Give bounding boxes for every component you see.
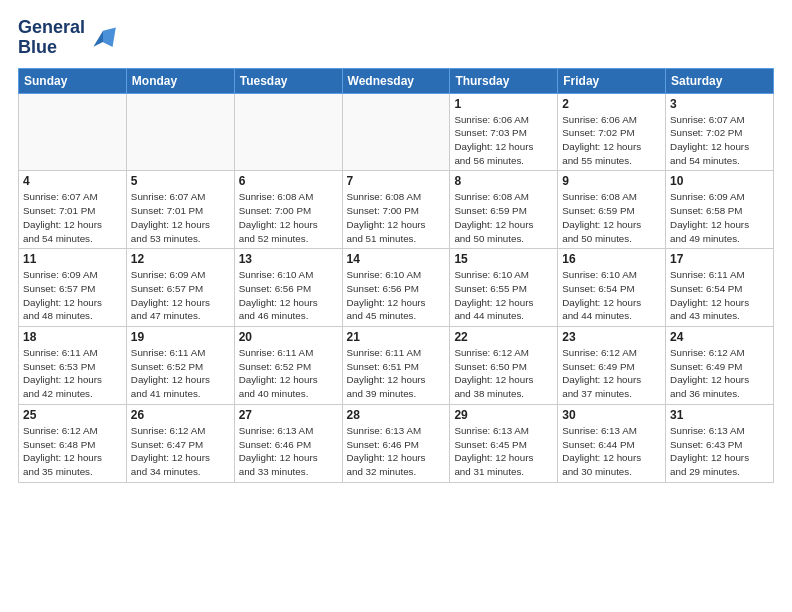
day-info: Sunrise: 6:07 AMSunset: 7:01 PMDaylight:… [131,190,230,245]
day-info: Sunrise: 6:09 AMSunset: 6:58 PMDaylight:… [670,190,769,245]
day-number: 2 [562,97,661,111]
calendar-cell: 6Sunrise: 6:08 AMSunset: 7:00 PMDaylight… [234,171,342,249]
calendar-cell: 31Sunrise: 6:13 AMSunset: 6:43 PMDayligh… [666,404,774,482]
calendar-cell: 29Sunrise: 6:13 AMSunset: 6:45 PMDayligh… [450,404,558,482]
day-number: 31 [670,408,769,422]
calendar-cell: 8Sunrise: 6:08 AMSunset: 6:59 PMDaylight… [450,171,558,249]
calendar-cell: 9Sunrise: 6:08 AMSunset: 6:59 PMDaylight… [558,171,666,249]
day-number: 3 [670,97,769,111]
day-number: 6 [239,174,338,188]
day-info: Sunrise: 6:12 AMSunset: 6:47 PMDaylight:… [131,424,230,479]
day-number: 28 [347,408,446,422]
calendar-cell: 2Sunrise: 6:06 AMSunset: 7:02 PMDaylight… [558,93,666,171]
day-info: Sunrise: 6:12 AMSunset: 6:49 PMDaylight:… [670,346,769,401]
day-info: Sunrise: 6:12 AMSunset: 6:49 PMDaylight:… [562,346,661,401]
calendar-cell: 21Sunrise: 6:11 AMSunset: 6:51 PMDayligh… [342,327,450,405]
logo: General Blue [18,18,119,58]
day-info: Sunrise: 6:13 AMSunset: 6:46 PMDaylight:… [347,424,446,479]
day-info: Sunrise: 6:12 AMSunset: 6:50 PMDaylight:… [454,346,553,401]
calendar-cell: 1Sunrise: 6:06 AMSunset: 7:03 PMDaylight… [450,93,558,171]
day-number: 29 [454,408,553,422]
weekday-header-wednesday: Wednesday [342,68,450,93]
calendar-cell: 19Sunrise: 6:11 AMSunset: 6:52 PMDayligh… [126,327,234,405]
calendar-cell [234,93,342,171]
calendar-cell: 13Sunrise: 6:10 AMSunset: 6:56 PMDayligh… [234,249,342,327]
day-info: Sunrise: 6:08 AMSunset: 6:59 PMDaylight:… [454,190,553,245]
day-number: 27 [239,408,338,422]
weekday-header-thursday: Thursday [450,68,558,93]
day-info: Sunrise: 6:10 AMSunset: 6:54 PMDaylight:… [562,268,661,323]
day-number: 19 [131,330,230,344]
day-info: Sunrise: 6:13 AMSunset: 6:43 PMDaylight:… [670,424,769,479]
day-info: Sunrise: 6:11 AMSunset: 6:53 PMDaylight:… [23,346,122,401]
weekday-header-row: SundayMondayTuesdayWednesdayThursdayFrid… [19,68,774,93]
calendar-cell: 18Sunrise: 6:11 AMSunset: 6:53 PMDayligh… [19,327,127,405]
day-number: 30 [562,408,661,422]
week-row-4: 18Sunrise: 6:11 AMSunset: 6:53 PMDayligh… [19,327,774,405]
calendar-cell [342,93,450,171]
day-info: Sunrise: 6:13 AMSunset: 6:46 PMDaylight:… [239,424,338,479]
day-info: Sunrise: 6:13 AMSunset: 6:45 PMDaylight:… [454,424,553,479]
week-row-3: 11Sunrise: 6:09 AMSunset: 6:57 PMDayligh… [19,249,774,327]
day-number: 5 [131,174,230,188]
calendar-cell: 14Sunrise: 6:10 AMSunset: 6:56 PMDayligh… [342,249,450,327]
day-number: 10 [670,174,769,188]
day-number: 20 [239,330,338,344]
day-info: Sunrise: 6:08 AMSunset: 6:59 PMDaylight:… [562,190,661,245]
day-number: 25 [23,408,122,422]
day-info: Sunrise: 6:11 AMSunset: 6:52 PMDaylight:… [131,346,230,401]
logo-icon [87,24,119,52]
day-info: Sunrise: 6:08 AMSunset: 7:00 PMDaylight:… [239,190,338,245]
day-info: Sunrise: 6:11 AMSunset: 6:51 PMDaylight:… [347,346,446,401]
header: General Blue [18,18,774,58]
weekday-header-saturday: Saturday [666,68,774,93]
day-number: 14 [347,252,446,266]
day-info: Sunrise: 6:09 AMSunset: 6:57 PMDaylight:… [131,268,230,323]
day-info: Sunrise: 6:11 AMSunset: 6:54 PMDaylight:… [670,268,769,323]
day-number: 22 [454,330,553,344]
day-info: Sunrise: 6:12 AMSunset: 6:48 PMDaylight:… [23,424,122,479]
logo-text: General Blue [18,18,85,58]
day-info: Sunrise: 6:09 AMSunset: 6:57 PMDaylight:… [23,268,122,323]
calendar-cell: 7Sunrise: 6:08 AMSunset: 7:00 PMDaylight… [342,171,450,249]
day-number: 23 [562,330,661,344]
weekday-header-monday: Monday [126,68,234,93]
day-number: 9 [562,174,661,188]
calendar-cell [126,93,234,171]
weekday-header-tuesday: Tuesday [234,68,342,93]
calendar-cell: 25Sunrise: 6:12 AMSunset: 6:48 PMDayligh… [19,404,127,482]
week-row-5: 25Sunrise: 6:12 AMSunset: 6:48 PMDayligh… [19,404,774,482]
day-number: 24 [670,330,769,344]
weekday-header-friday: Friday [558,68,666,93]
day-number: 16 [562,252,661,266]
day-info: Sunrise: 6:10 AMSunset: 6:56 PMDaylight:… [347,268,446,323]
page: General Blue SundayMondayTuesdayWednesda… [0,0,792,495]
calendar-cell: 28Sunrise: 6:13 AMSunset: 6:46 PMDayligh… [342,404,450,482]
day-info: Sunrise: 6:06 AMSunset: 7:03 PMDaylight:… [454,113,553,168]
calendar-cell: 17Sunrise: 6:11 AMSunset: 6:54 PMDayligh… [666,249,774,327]
day-info: Sunrise: 6:13 AMSunset: 6:44 PMDaylight:… [562,424,661,479]
svg-marker-1 [103,27,116,46]
day-number: 12 [131,252,230,266]
day-info: Sunrise: 6:08 AMSunset: 7:00 PMDaylight:… [347,190,446,245]
calendar-cell: 16Sunrise: 6:10 AMSunset: 6:54 PMDayligh… [558,249,666,327]
day-number: 18 [23,330,122,344]
calendar-cell: 3Sunrise: 6:07 AMSunset: 7:02 PMDaylight… [666,93,774,171]
calendar-cell: 20Sunrise: 6:11 AMSunset: 6:52 PMDayligh… [234,327,342,405]
weekday-header-sunday: Sunday [19,68,127,93]
calendar: SundayMondayTuesdayWednesdayThursdayFrid… [18,68,774,483]
calendar-cell: 5Sunrise: 6:07 AMSunset: 7:01 PMDaylight… [126,171,234,249]
week-row-2: 4Sunrise: 6:07 AMSunset: 7:01 PMDaylight… [19,171,774,249]
day-info: Sunrise: 6:07 AMSunset: 7:01 PMDaylight:… [23,190,122,245]
day-number: 8 [454,174,553,188]
calendar-cell: 23Sunrise: 6:12 AMSunset: 6:49 PMDayligh… [558,327,666,405]
calendar-cell: 11Sunrise: 6:09 AMSunset: 6:57 PMDayligh… [19,249,127,327]
calendar-cell: 22Sunrise: 6:12 AMSunset: 6:50 PMDayligh… [450,327,558,405]
calendar-cell: 4Sunrise: 6:07 AMSunset: 7:01 PMDaylight… [19,171,127,249]
day-number: 4 [23,174,122,188]
day-number: 15 [454,252,553,266]
day-number: 17 [670,252,769,266]
calendar-cell: 15Sunrise: 6:10 AMSunset: 6:55 PMDayligh… [450,249,558,327]
day-info: Sunrise: 6:07 AMSunset: 7:02 PMDaylight:… [670,113,769,168]
day-number: 21 [347,330,446,344]
